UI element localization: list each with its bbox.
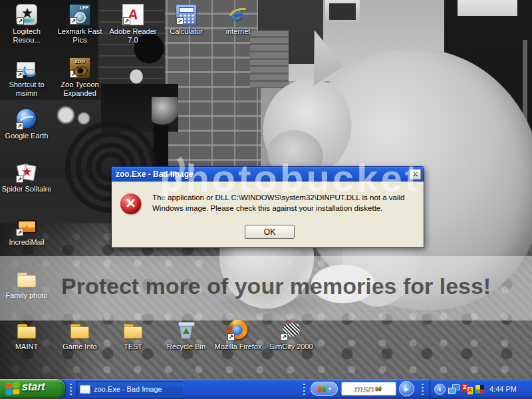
window-icon <box>80 385 90 394</box>
desktop-icon-game-info[interactable]: Game Info <box>51 319 109 351</box>
shortcut-to-msimn-icon <box>16 57 37 78</box>
desktop-icon-maint[interactable]: MAINT <box>0 319 56 351</box>
close-button[interactable]: × <box>410 169 421 180</box>
shortcut-arrow-icon <box>281 333 288 340</box>
desktop-icon-label: Spider Solitaire <box>2 185 52 194</box>
shortcut-arrow-icon <box>16 229 23 236</box>
shortcut-arrow-icon <box>16 176 23 183</box>
shortcut-arrow-icon <box>70 17 77 25</box>
desktop-icon-internet[interactable]: internet <box>209 4 267 36</box>
desktop-icon-label: SimCity 2000 <box>269 342 313 351</box>
desktop-icon-incredimail[interactable]: IncrediMail <box>0 215 56 247</box>
test-icon <box>122 319 144 340</box>
zoo-tycoon-expanded-icon <box>69 57 90 78</box>
family-photo-icon <box>16 268 37 289</box>
taskbar-clock: 4:44 PM <box>489 385 517 393</box>
taskbar-separator <box>422 384 424 395</box>
taskbar-task-button[interactable]: zoo.Exe - Bad Image <box>76 381 184 397</box>
google-earth-icon <box>16 108 37 130</box>
msn-go-button[interactable] <box>399 381 414 396</box>
start-label: start <box>22 381 45 393</box>
shortcut-arrow-icon <box>17 17 24 25</box>
desktop-icon-label: MAINT <box>15 342 38 351</box>
desktop-icon-label: Family photo <box>6 291 48 300</box>
game-info-icon <box>69 319 90 340</box>
dialog-titlebar[interactable]: zoo.Exe - Bad Image × <box>112 167 424 182</box>
internet-icon <box>227 4 249 25</box>
desktop-icon-spider-solitaire[interactable]: Spider Solitaire <box>0 162 56 194</box>
taskbar-separator <box>303 384 305 395</box>
desktop-icon-simcity-2000[interactable]: SimCity 2000 <box>262 319 321 351</box>
msn-logo: msn <box>354 383 374 394</box>
shortcut-arrow-icon <box>176 17 184 25</box>
desktop-icon-mozilla-firefox[interactable]: Mozilla Firefox <box>209 319 267 351</box>
desktop-icon-test[interactable]: TEST <box>104 319 162 351</box>
adobe-reader-icon <box>122 4 144 25</box>
network-icon[interactable] <box>448 384 460 394</box>
shortcut-arrow-icon <box>16 71 23 78</box>
spider-solitaire-icon <box>16 162 37 183</box>
zonealarm-icon[interactable] <box>462 384 473 394</box>
recycle-bin-icon <box>176 319 197 340</box>
desktop-icon-label: Logitech Resou... <box>1 27 53 45</box>
calculator-icon <box>176 4 197 25</box>
desktop-icon-label: internet <box>226 27 251 36</box>
tray-collapse-chevron-icon[interactable] <box>434 384 446 395</box>
desktop-icon-label: Zoo Tycoon Expanded <box>54 80 106 98</box>
zonealarm-meter-icon[interactable] <box>475 385 484 394</box>
mozilla-firefox-icon <box>227 319 249 340</box>
error-dialog: zoo.Exe - Bad Image × The application or… <box>111 166 424 248</box>
desktop-icon-label: IncrediMail <box>9 238 44 247</box>
taskbar: start zoo.Exe - Bad Image msn 4:44 PM <box>0 379 532 399</box>
shortcut-arrow-icon <box>70 70 77 78</box>
desktop-icon-logitech[interactable]: Logitech Resou... <box>0 4 56 45</box>
desktop-icon-label: Recycle Bin <box>167 342 205 351</box>
desktop-icon-google-earth[interactable]: Google Earth <box>0 108 56 140</box>
windows-flag-icon <box>6 382 19 395</box>
desktop-icon-adobe-reader[interactable]: Adobe Reader 7.0 <box>104 4 162 45</box>
ok-button[interactable]: OK <box>245 225 295 239</box>
msn-launcher-button[interactable] <box>311 382 338 396</box>
desktop-icon-label: Lexmark Fast Pics <box>54 27 106 45</box>
error-icon <box>120 194 141 214</box>
system-tray: 4:44 PM <box>429 379 532 399</box>
desktop-icon-label: TEST <box>124 342 142 351</box>
desktop-icon-family-photo[interactable]: Family photo <box>0 268 56 300</box>
desktop-icon-label: Calculator <box>170 27 203 36</box>
logitech-icon <box>16 4 37 25</box>
dialog-title: zoo.Exe - Bad Image <box>116 170 194 179</box>
shortcut-arrow-icon <box>227 333 235 340</box>
desktop-icon-label: Game Info <box>63 342 96 351</box>
dialog-message: The application or DLL C:\WINDOWS\system… <box>152 192 420 213</box>
start-button[interactable]: start <box>0 379 65 399</box>
taskbar-separator <box>70 384 72 395</box>
desktop-icon-shortcut-to-msimn[interactable]: Shortcut to msimn <box>0 57 56 98</box>
incredimail-icon <box>16 215 37 236</box>
shortcut-arrow-icon <box>16 122 23 130</box>
desktop-icon-label: Mozilla Firefox <box>215 342 262 351</box>
msn-search-box[interactable]: msn <box>341 382 396 396</box>
msn-butterfly-icon <box>375 386 382 391</box>
desktop-icon-recycle-bin[interactable]: Recycle Bin <box>157 319 215 351</box>
task-button-label: zoo.Exe - Bad Image <box>94 385 162 393</box>
lexmark-fast-pics-icon <box>69 4 90 25</box>
desktop-icon-zoo-tycoon-expanded[interactable]: Zoo Tycoon Expanded <box>51 57 109 98</box>
desktop-icon-label: Shortcut to msimn <box>1 80 53 98</box>
desktop-icon-label: Google Earth <box>5 132 49 140</box>
desktop: Logitech Resou...Lexmark Fast PicsAdobe … <box>0 0 532 399</box>
desktop-icon-calculator[interactable]: Calculator <box>157 4 215 36</box>
simcity-2000-icon <box>281 319 302 340</box>
maint-icon <box>16 319 37 340</box>
desktop-icon-label: Adobe Reader 7.0 <box>107 27 159 45</box>
msn-butterfly-icon <box>317 385 327 393</box>
shortcut-arrow-icon <box>123 17 130 25</box>
desktop-icon-lexmark-fast-pics[interactable]: Lexmark Fast Pics <box>51 4 109 45</box>
